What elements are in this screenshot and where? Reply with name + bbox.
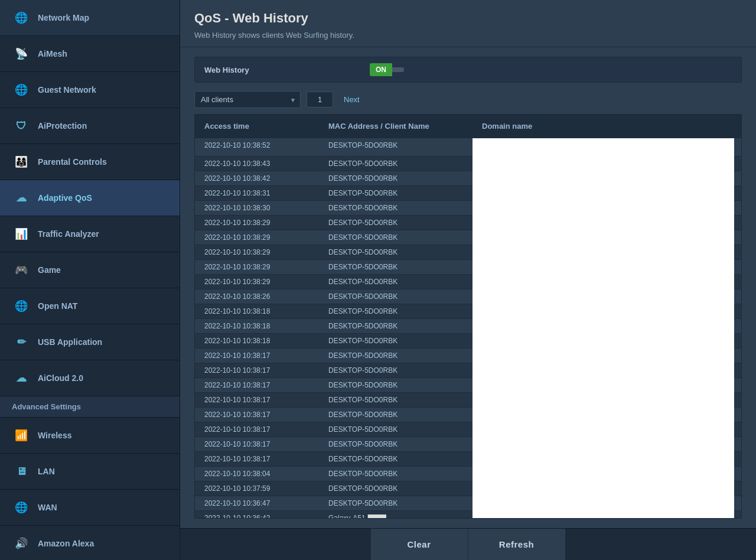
col-access-time: Access time	[195, 119, 319, 133]
table-row: 2022-10-10 10:36:47 DESKTOP-5DO0RBK	[195, 496, 741, 511]
cell-time: 2022-10-10 10:36:42	[195, 511, 319, 518]
sidebar-item-traffic-analyzer[interactable]: 📊Traffic Analyzer	[0, 216, 180, 252]
sidebar-item-parental-controls[interactable]: 👨‍👩‍👧Parental Controls	[0, 144, 180, 180]
traffic-analyzer-icon: 📊	[12, 224, 31, 243]
cell-client: DESKTOP-5DO0RBK	[319, 245, 472, 259]
cell-domain	[472, 349, 741, 363]
table-row: 2022-10-10 10:38:17 DESKTOP-5DO0RBK	[195, 422, 741, 437]
sidebar-item-amazon-alexa[interactable]: 🔊Amazon Alexa	[0, 526, 180, 560]
col-mac-address: MAC Address / Client Name	[319, 119, 472, 133]
cell-client: DESKTOP-5DO0RBK	[319, 216, 472, 230]
cell-client: DESKTOP-5DO0RBK	[319, 363, 472, 377]
cell-domain	[472, 437, 741, 451]
sidebar-item-lan[interactable]: 🖥LAN	[0, 454, 180, 490]
sidebar-item-wireless[interactable]: 📶Wireless	[0, 418, 180, 454]
cell-domain	[472, 304, 741, 318]
page-header: QoS - Web History Web History shows clie…	[180, 0, 756, 47]
sidebar-item-network-map[interactable]: 🌐Network Map	[0, 0, 180, 36]
adaptive-qos-icon: ☁	[12, 188, 31, 207]
cell-client: DESKTOP-5DO0RBK	[319, 408, 472, 422]
table-row: 2022-10-10 10:38:17 DESKTOP-5DO0RBK	[195, 349, 741, 363]
cell-time: 2022-10-10 10:38:42	[195, 171, 319, 185]
cell-domain	[472, 408, 741, 422]
sidebar-item-usb-application[interactable]: ✏USB Application	[0, 324, 180, 360]
table-row: 2022-10-10 10:37:59 DESKTOP-5DO0RBK	[195, 481, 741, 496]
table-row: 2022-10-10 10:38:17 DESKTOP-5DO0RBK	[195, 408, 741, 422]
cell-client: DESKTOP-5DO0RBK	[319, 230, 472, 245]
sidebar-label-usb-application: USB Application	[38, 337, 102, 347]
sidebar-label-aimesh: AiMesh	[38, 49, 67, 58]
web-history-toggle[interactable]: ON	[370, 63, 404, 76]
cell-domain	[472, 138, 741, 156]
cell-domain	[472, 230, 741, 245]
cell-client: DESKTOP-5DO0RBK	[319, 275, 472, 289]
cell-client: DESKTOP-5DO0RBK	[319, 201, 472, 215]
wireless-icon: 📶	[12, 426, 31, 445]
cell-domain	[472, 171, 741, 185]
aicloud-icon: ☁	[12, 369, 31, 388]
table-row: 2022-10-10 10:38:17 DESKTOP-5DO0RBK	[195, 437, 741, 452]
cell-time: 2022-10-10 10:38:31	[195, 186, 319, 200]
sidebar-label-lan: LAN	[38, 467, 55, 476]
sidebar-item-open-nat[interactable]: 🌐Open NAT	[0, 288, 180, 324]
table-row: 2022-10-10 10:38:43 DESKTOP-5DO0RBK	[195, 157, 741, 171]
cell-time: 2022-10-10 10:38:29	[195, 260, 319, 274]
page-description: Web History shows clients Web Surfing hi…	[194, 31, 742, 40]
sidebar: 🌐Network Map📡AiMesh🌐Guest Network🛡AiProt…	[0, 0, 180, 560]
cell-time: 2022-10-10 10:38:17	[195, 437, 319, 451]
sidebar-item-wan[interactable]: 🌐WAN	[0, 490, 180, 526]
table-row: 2022-10-10 10:38:17 DESKTOP-5DO0RBK	[195, 378, 741, 393]
sidebar-item-adaptive-qos[interactable]: ☁Adaptive QoS	[0, 180, 180, 216]
cell-client: DESKTOP-5DO0RBK	[319, 334, 472, 348]
game-icon: 🎮	[12, 261, 31, 279]
next-button[interactable]: Next	[339, 92, 364, 107]
table-row: 2022-10-10 10:38:42 DESKTOP-5DO0RBK	[195, 171, 741, 186]
cell-time: 2022-10-10 10:38:17	[195, 363, 319, 377]
sidebar-item-game[interactable]: 🎮Game	[0, 252, 180, 288]
sidebar-label-amazon-alexa: Amazon Alexa	[38, 539, 94, 548]
cell-client: DESKTOP-5DO0RBK	[319, 349, 472, 363]
sidebar-item-aimesh[interactable]: 📡AiMesh	[0, 36, 180, 72]
cell-time: 2022-10-10 10:38:43	[195, 157, 319, 171]
cell-time: 2022-10-10 10:38:17	[195, 349, 319, 363]
sidebar-label-wireless: Wireless	[38, 431, 71, 440]
cell-domain	[472, 201, 741, 215]
table-row: 2022-10-10 10:38:18 DESKTOP-5DO0RBK	[195, 319, 741, 334]
sidebar-item-aicloud[interactable]: ☁AiCloud 2.0	[0, 360, 180, 396]
content-area: Web History ON All clients Next Access t…	[180, 47, 756, 528]
cell-client: DESKTOP-5DO0RBK	[319, 437, 472, 451]
client-select[interactable]: All clients	[194, 91, 301, 108]
table-body: 2022-10-10 10:38:52 DESKTOP-5DO0RBK 2022…	[195, 138, 741, 518]
cell-domain	[472, 186, 741, 200]
cell-domain	[472, 496, 741, 510]
cell-time: 2022-10-10 10:38:52	[195, 138, 319, 156]
cell-client: DESKTOP-5DO0RBK	[319, 186, 472, 200]
cell-time: 2022-10-10 10:38:18	[195, 334, 319, 348]
cell-time: 2022-10-10 10:38:17	[195, 452, 319, 466]
sidebar-label-adaptive-qos: Adaptive QoS	[38, 193, 92, 203]
sidebar-item-guest-network[interactable]: 🌐Guest Network	[0, 72, 180, 108]
cell-domain	[472, 319, 741, 333]
sidebar-label-aicloud: AiCloud 2.0	[38, 373, 83, 383]
refresh-button[interactable]: Refresh	[468, 529, 566, 560]
table-row: 2022-10-10 10:38:26 DESKTOP-5DO0RBK	[195, 289, 741, 304]
clear-button[interactable]: Clear	[371, 529, 468, 560]
sidebar-label-aiprotection: AiProtection	[38, 121, 87, 131]
cell-client: DESKTOP-5DO0RBK	[319, 422, 472, 437]
sidebar-item-aiprotection[interactable]: 🛡AiProtection	[0, 108, 180, 144]
sidebar-label-network-map: Network Map	[38, 13, 89, 22]
usb-application-icon: ✏	[12, 333, 31, 351]
table-row: 2022-10-10 10:38:31 DESKTOP-5DO0RBK	[195, 186, 741, 201]
cell-time: 2022-10-10 10:38:17	[195, 408, 319, 422]
client-select-wrapper[interactable]: All clients	[194, 91, 301, 108]
lan-icon: 🖥	[12, 462, 31, 481]
cell-domain	[472, 260, 741, 274]
open-nat-icon: 🌐	[12, 297, 31, 315]
cell-time: 2022-10-10 10:38:29	[195, 216, 319, 230]
table-row: 2022-10-10 10:38:29 DESKTOP-5DO0RBK	[195, 245, 741, 260]
cell-domain	[472, 216, 741, 230]
page-number-input[interactable]	[307, 92, 333, 108]
web-history-table: Access time MAC Address / Client Name Do…	[194, 114, 742, 519]
table-row: 2022-10-10 10:38:29 DESKTOP-5DO0RBK	[195, 260, 741, 275]
cell-time: 2022-10-10 10:38:17	[195, 393, 319, 407]
